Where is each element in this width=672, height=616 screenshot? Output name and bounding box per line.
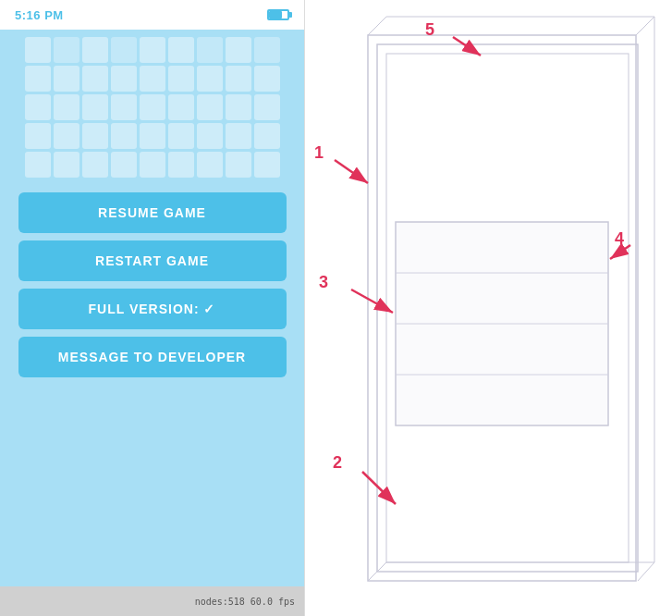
grid-cell [226, 94, 251, 120]
grid-cell [197, 152, 223, 178]
grid-cell [82, 123, 108, 149]
grid-cell [168, 37, 194, 63]
resume-game-button[interactable]: Resume game [18, 192, 287, 233]
status-time: 5:16 PM [15, 8, 64, 22]
grid-cell [54, 123, 79, 149]
grid-cell [140, 123, 165, 149]
wireframe-svg [305, 0, 672, 616]
status-bar: 5:16 PM [0, 0, 304, 30]
grid-cell [54, 37, 79, 63]
grid-cell [254, 123, 280, 149]
grid-cell [82, 152, 108, 178]
grid-cell [82, 66, 108, 92]
grid-row [18, 37, 287, 63]
right-panel: 1 2 3 4 5 [305, 0, 672, 616]
grid-cell [197, 123, 223, 149]
grid-cell [82, 37, 108, 63]
grid-row [18, 152, 287, 178]
game-area: Resume game Restart game Full version: ✓… [0, 30, 304, 586]
svg-line-3 [636, 17, 654, 35]
grid-cell [111, 123, 137, 149]
grid-cell [54, 152, 79, 178]
grid-cell [254, 94, 280, 120]
game-grid [18, 37, 287, 178]
diagram: 1 2 3 4 5 [305, 0, 672, 616]
grid-cell [254, 66, 280, 92]
grid-cell [25, 123, 51, 149]
grid-cell [111, 94, 137, 120]
grid-cell [25, 66, 51, 92]
full-version-button[interactable]: Full version: ✓ [18, 289, 287, 329]
left-panel: 5:16 PM [0, 0, 305, 616]
annotation-4: 4 [615, 229, 624, 249]
grid-cell [82, 94, 108, 120]
grid-cell [197, 66, 223, 92]
grid-cell [140, 66, 165, 92]
grid-cell [140, 37, 165, 63]
grid-cell [25, 152, 51, 178]
grid-cell [111, 152, 137, 178]
battery-icon [267, 9, 289, 20]
grid-cell [54, 94, 79, 120]
restart-game-button[interactable]: Restart game [18, 240, 287, 281]
grid-row [18, 123, 287, 149]
grid-row [18, 94, 287, 120]
grid-row [18, 66, 287, 92]
annotation-2: 2 [333, 453, 342, 473]
grid-cell [168, 123, 194, 149]
annotation-5: 5 [425, 20, 434, 40]
svg-line-4 [638, 562, 654, 581]
bottom-bar: nodes:518 60.0 fps [0, 586, 304, 616]
grid-cell [226, 123, 251, 149]
annotation-1: 1 [314, 143, 324, 163]
grid-cell [197, 37, 223, 63]
grid-cell [140, 94, 165, 120]
grid-cell [111, 37, 137, 63]
grid-cell [140, 152, 165, 178]
grid-cell [197, 94, 223, 120]
grid-cell [168, 66, 194, 92]
grid-cell [25, 37, 51, 63]
fps-counter: nodes:518 60.0 fps [195, 597, 295, 607]
grid-cell [168, 152, 194, 178]
message-developer-button[interactable]: Message to developer [18, 337, 287, 377]
grid-cell [226, 152, 251, 178]
battery-fill [269, 11, 282, 18]
grid-cell [254, 152, 280, 178]
annotation-3: 3 [319, 273, 328, 292]
svg-line-6 [368, 17, 386, 35]
grid-cell [54, 66, 79, 92]
grid-cell [254, 37, 280, 63]
grid-cell [168, 94, 194, 120]
grid-cell [111, 66, 137, 92]
grid-cell [226, 37, 251, 63]
grid-cell [226, 66, 251, 92]
menu-buttons: Resume game Restart game Full version: ✓… [18, 192, 287, 377]
grid-cell [25, 94, 51, 120]
